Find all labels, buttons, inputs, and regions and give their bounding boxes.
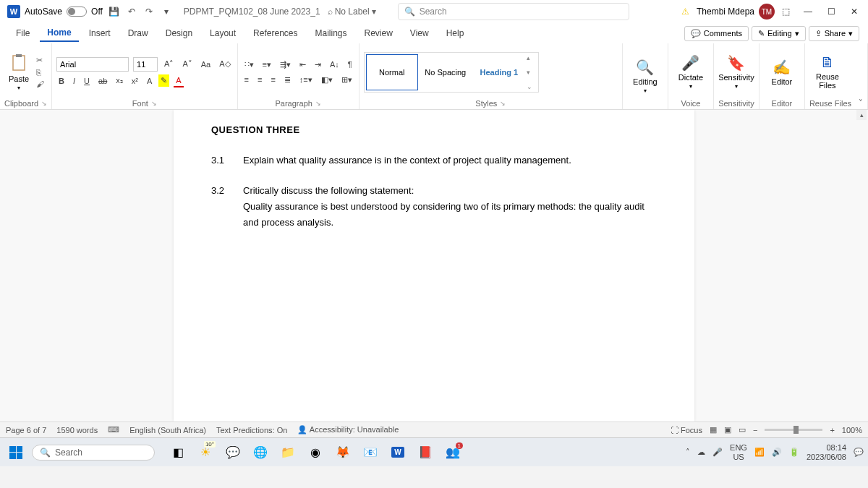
share-button[interactable]: ⇪ Share ▾ [809, 26, 859, 41]
multilevel-list-button[interactable]: ⇶▾ [278, 59, 293, 71]
text-effects-button[interactable]: A [145, 75, 154, 87]
dictate-button[interactable]: 🎤 Dictate ▾ [673, 54, 709, 90]
zoom-slider[interactable] [765, 429, 822, 431]
bold-button[interactable]: B [56, 75, 67, 87]
editing-dropdown[interactable]: 🔍 Editing ▾ [627, 59, 663, 94]
chat-icon[interactable]: 💬 [221, 441, 244, 464]
align-right-button[interactable]: ≡ [268, 74, 277, 85]
collapse-ribbon-icon[interactable]: ˅ [859, 98, 863, 108]
print-layout-icon[interactable]: ▣ [724, 425, 731, 435]
zoom-level[interactable]: 100% [842, 426, 862, 435]
redo-icon[interactable]: ↷ [143, 6, 155, 17]
highlight-button[interactable]: ✎ [158, 74, 169, 87]
tab-layout[interactable]: Layout [203, 25, 243, 41]
paste-button[interactable]: Paste ▾ [4, 53, 33, 91]
font-name-input[interactable] [56, 57, 129, 72]
firefox-icon[interactable]: 🦊 [331, 441, 354, 464]
reuse-files-button[interactable]: 🗎 Reuse Files [809, 54, 846, 90]
save-icon[interactable]: 💾 [109, 6, 120, 17]
format-painter-icon[interactable]: 🖌 [36, 80, 44, 88]
tab-references[interactable]: References [246, 25, 305, 41]
read-mode-icon[interactable]: ▦ [710, 425, 717, 435]
editing-mode-button[interactable]: ✎ Editing ▾ [752, 26, 806, 41]
tab-home[interactable]: Home [40, 25, 78, 42]
shading-button[interactable]: ◧▾ [319, 74, 335, 86]
onedrive-icon[interactable]: ☁ [697, 448, 705, 457]
bullets-button[interactable]: ∷▾ [242, 59, 256, 71]
dialog-launcher-icon[interactable]: ↘ [315, 100, 321, 107]
wifi-icon[interactable]: 📶 [754, 448, 765, 457]
predictions-indicator[interactable]: Text Predictions: On [216, 426, 287, 435]
toggle-icon[interactable] [67, 7, 87, 17]
borders-button[interactable]: ⊞▾ [339, 74, 354, 86]
file-explorer-icon[interactable]: 📁 [276, 441, 299, 464]
qat-dropdown-icon[interactable]: ▾ [161, 6, 172, 17]
line-spacing-button[interactable]: ↕≡▾ [297, 74, 315, 86]
minimize-button[interactable]: — [797, 3, 819, 20]
microphone-tray-icon[interactable]: 🎤 [712, 448, 723, 457]
outlook-icon[interactable]: 📧 [359, 441, 382, 464]
font-size-input[interactable] [133, 57, 158, 72]
sensitivity-button[interactable]: 🔖 Sensitivity ▾ [718, 54, 754, 90]
sort-button[interactable]: A↓ [328, 59, 341, 70]
tab-draw[interactable]: Draw [121, 25, 156, 41]
align-center-button[interactable]: ≡ [255, 74, 264, 85]
styles-scroll[interactable]: ▴▾⌄ [527, 54, 537, 90]
maximize-button[interactable]: ☐ [820, 3, 842, 20]
close-button[interactable]: ✕ [843, 3, 865, 20]
language-indicator[interactable]: English (South Africa) [129, 426, 206, 435]
underline-button[interactable]: U [82, 75, 92, 87]
web-layout-icon[interactable]: ▭ [739, 425, 746, 435]
start-button[interactable] [4, 441, 27, 464]
document-name[interactable]: PDPMT_PQM102_08 June 2023_1 [184, 7, 320, 17]
tab-mailings[interactable]: Mailings [307, 25, 354, 41]
font-color-button[interactable]: A [174, 74, 183, 87]
numbering-button[interactable]: ≡▾ [260, 59, 273, 71]
editor-button[interactable]: ✍ Editor [764, 59, 800, 86]
weather-widget[interactable]: ☀ 10° [194, 441, 217, 464]
clock[interactable]: 08:14 2023/06/08 [807, 443, 846, 461]
increase-indent-button[interactable]: ⇥ [312, 59, 323, 71]
zoom-in-button[interactable]: + [830, 426, 834, 435]
sensitivity-label-dropdown[interactable]: ⌕ No Label ▾ [328, 7, 376, 17]
warning-icon[interactable]: ⚠ [681, 7, 689, 17]
justify-button[interactable]: ≣ [282, 74, 293, 86]
chrome-icon[interactable]: ◉ [304, 441, 327, 464]
word-count[interactable]: 1590 words [56, 426, 98, 435]
language-tray[interactable]: ENG US [730, 443, 747, 461]
tab-file[interactable]: File [9, 25, 37, 41]
style-normal[interactable]: Normal [366, 54, 418, 90]
tab-view[interactable]: View [403, 25, 436, 41]
tab-design[interactable]: Design [158, 25, 200, 41]
undo-icon[interactable]: ↶ [126, 6, 137, 17]
style-no-spacing[interactable]: No Spacing [420, 54, 472, 90]
autosave-toggle[interactable]: AutoSave Off [25, 7, 103, 17]
italic-button[interactable]: I [71, 75, 77, 87]
zoom-thumb[interactable] [793, 426, 799, 434]
dialog-launcher-icon[interactable]: ↘ [151, 100, 157, 107]
spellcheck-icon[interactable]: ⌨ [108, 425, 119, 435]
word-taskbar-icon[interactable]: W [386, 441, 409, 464]
volume-icon[interactable]: 🔊 [772, 448, 782, 457]
decrease-indent-button[interactable]: ⇤ [297, 59, 308, 71]
tab-help[interactable]: Help [439, 25, 472, 41]
battery-icon[interactable]: 🔋 [789, 448, 799, 457]
grow-font-button[interactable]: A˄ [162, 58, 176, 70]
copy-icon[interactable]: ⎘ [36, 68, 44, 77]
clear-formatting-button[interactable]: A◇ [217, 58, 232, 70]
cut-icon[interactable]: ✂ [36, 56, 44, 65]
dialog-launcher-icon[interactable]: ↘ [41, 100, 47, 107]
tray-chevron-icon[interactable]: ˄ [686, 448, 690, 457]
zoom-out-button[interactable]: − [753, 426, 757, 435]
superscript-button[interactable]: x² [129, 75, 140, 87]
notifications-icon[interactable]: 💬 [854, 448, 864, 457]
task-view-icon[interactable]: ◧ [166, 441, 190, 464]
scroll-up-icon[interactable]: ▴ [856, 110, 867, 120]
page-indicator[interactable]: Page 6 of 7 [6, 426, 46, 435]
tab-review[interactable]: Review [357, 25, 400, 41]
acrobat-icon[interactable]: 📕 [414, 441, 437, 464]
shrink-font-button[interactable]: A˅ [180, 58, 194, 70]
styles-gallery[interactable]: Normal No Spacing Heading 1 ▴▾⌄ [364, 52, 539, 93]
teams-icon[interactable]: 👥1 [441, 441, 464, 464]
user-account[interactable]: Thembi Mdepa TM [697, 4, 775, 20]
